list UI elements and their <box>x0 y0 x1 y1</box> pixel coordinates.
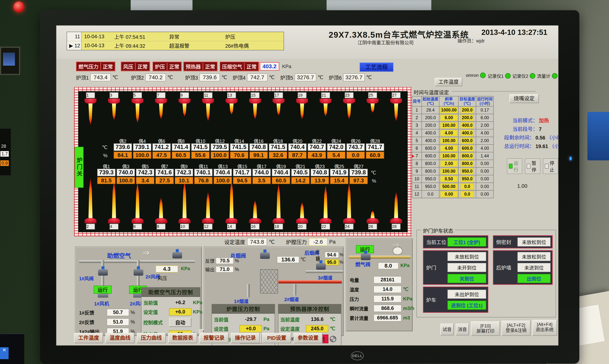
nav-button[interactable]: 压力曲线 <box>137 333 166 343</box>
schedule-table: 段号起始温度(℃)斜率(℃/h)目标温度(℃)运行时间(小时)128.41000… <box>412 96 494 198</box>
slope-value[interactable]: 100.00 <box>440 122 458 129</box>
slope-cell[interactable]: 4.00 <box>439 129 458 137</box>
burner-settings-button[interactable]: 烧嘴设定 <box>509 94 539 103</box>
burner-number: 13 <box>227 92 236 98</box>
nav-button[interactable]: 数据报表 <box>168 333 197 343</box>
row-label: 当前值 <box>214 316 238 323</box>
thermocouple-temp: 739.3 <box>97 169 116 176</box>
target-temp-cell[interactable]: 0.0 <box>458 183 476 190</box>
door-state-stack: 未出炉到位进到位 (工位1) <box>447 290 486 310</box>
slope-cell[interactable]: 0.50 <box>439 175 458 183</box>
target-value[interactable]: 0.0 <box>461 191 474 197</box>
ratio-value: 1.00 <box>517 183 528 189</box>
row-value[interactable]: 245.0 <box>306 325 328 332</box>
target-value[interactable]: 950.0 <box>461 168 474 174</box>
target-temp-cell[interactable]: 400.0 <box>458 129 476 137</box>
target-temp-cell[interactable]: 950.0 <box>458 175 476 183</box>
process-flow-button[interactable]: 工艺流程 <box>359 63 394 72</box>
slope-cell[interactable]: 1000.00 <box>439 106 458 114</box>
slope-cell[interactable]: 0.00 <box>439 190 458 198</box>
nav-button[interactable]: 报警记录 <box>199 333 229 343</box>
target-value[interactable]: 800.0 <box>461 161 474 167</box>
slope-cell[interactable]: 6.00 <box>439 114 458 122</box>
slope-cell[interactable]: 500.00 <box>439 183 458 190</box>
target-value[interactable]: 0.0 <box>461 183 474 190</box>
target-value[interactable]: 950.0 <box>461 176 474 182</box>
door-state: 未进到位 <box>517 263 551 272</box>
alarm-list[interactable]: 1110-04-13上午 07:54:51异常炉压▶ 1210-04-13上午 … <box>66 32 284 50</box>
slope-value[interactable]: 4.00 <box>440 145 458 151</box>
system-button[interactable]: [F10]屏幕打印 <box>471 321 500 336</box>
slope-value[interactable]: 6.00 <box>440 115 458 121</box>
schedule-header-cell: 目标温度(℃) <box>458 96 476 106</box>
slope-value[interactable]: 500.00 <box>440 183 458 190</box>
duct3-label: 3#烟道 <box>318 274 332 281</box>
thermocouple-output: 43.9 <box>308 152 326 159</box>
slope-value[interactable]: 2.00 <box>440 161 458 167</box>
door-state: 未开到位 <box>447 263 486 272</box>
target-temp-cell[interactable]: 600.0 <box>458 137 476 144</box>
device-indicator: omron <box>466 73 486 78</box>
target-temp-cell[interactable]: 0.0 <box>458 190 476 198</box>
burner-cap-icon <box>202 99 214 104</box>
run-state-checkbox[interactable]: 运行 <box>507 158 522 174</box>
system-button[interactable]: 消音 <box>456 324 469 336</box>
thermocouple-temp: 742.0 <box>327 143 345 151</box>
slope-cell[interactable]: 100.00 <box>439 168 458 175</box>
nav-button[interactable]: 参数设置 <box>293 333 323 343</box>
nav-button[interactable]: 温度曲线 <box>106 333 134 343</box>
target-temp-cell[interactable]: 400.0 <box>458 122 476 129</box>
target-temp-cell[interactable]: 950.0 <box>458 168 476 175</box>
run-state-checkbox[interactable]: 暂停 <box>525 158 540 174</box>
target-temp-cell[interactable]: 800.0 <box>458 152 476 160</box>
slope-value[interactable]: 100.00 <box>440 153 458 159</box>
target-temp-cell[interactable]: 800.0 <box>458 160 476 168</box>
row-label: 控制模式 <box>143 319 168 326</box>
row-label: 当前值 <box>143 299 168 306</box>
run-state-checkbox[interactable]: 停止 <box>543 158 558 174</box>
row-label: 2#反馈 <box>79 318 105 325</box>
system-button[interactable]: [ALT+F2]登录&注销 <box>502 321 531 336</box>
target-value[interactable]: 400.0 <box>461 130 474 136</box>
slope-value[interactable]: 0.00 <box>440 191 458 197</box>
start-temp-cell: 600.0 <box>422 152 439 160</box>
slope-cell[interactable]: 100.00 <box>439 122 458 129</box>
target-temp-cell[interactable]: 200.0 <box>458 114 476 122</box>
burner-flame-icon <box>88 104 93 125</box>
nav-button[interactable]: 操作记录 <box>231 333 260 343</box>
workpiece-temp-button[interactable]: 工件温度 <box>435 78 462 86</box>
burner-cap-icon <box>155 99 167 104</box>
slope-value[interactable]: 100.00 <box>440 168 458 174</box>
target-value[interactable]: 200.0 <box>461 115 474 121</box>
target-temp-cell[interactable]: 200.0 <box>458 106 476 114</box>
burner-number: 9 <box>180 92 189 98</box>
slope-value[interactable]: 4.00 <box>440 130 458 136</box>
target-temp-cell[interactable]: 600.0 <box>458 144 476 152</box>
mode-button[interactable]: 自动 <box>169 318 191 327</box>
thermocouple-output: 97.3 <box>349 177 368 184</box>
nav-button[interactable]: PID设置 <box>262 333 291 343</box>
nav-button[interactable]: 工件温度 <box>74 333 103 343</box>
target-value[interactable]: 200.0 <box>461 107 474 113</box>
green-dot-icon <box>480 73 486 78</box>
burner-flame-icon <box>206 192 210 218</box>
target-value[interactable]: 600.0 <box>461 145 474 151</box>
target-value[interactable]: 400.0 <box>461 122 474 129</box>
slope-cell[interactable]: 100.00 <box>439 137 458 144</box>
target-value[interactable]: 800.0 <box>461 153 474 159</box>
thermocouple-output: 94.5 <box>233 177 251 184</box>
row-value[interactable]: +6.0 <box>169 308 191 315</box>
system-button[interactable]: 试音 <box>440 324 454 336</box>
row-value: 6966.685 <box>373 314 401 322</box>
system-button[interactable]: [Alt+F4]退出系统 <box>532 320 557 336</box>
target-value[interactable]: 600.0 <box>461 138 474 144</box>
slope-value[interactable]: 0.50 <box>440 176 458 182</box>
slope-cell[interactable]: 100.00 <box>439 152 458 160</box>
alarm-row[interactable]: 1110-04-13上午 07:54:51异常炉压 <box>67 32 284 41</box>
slope-cell[interactable]: 2.00 <box>439 160 458 168</box>
slope-cell[interactable]: 4.00 <box>439 144 458 152</box>
slope-value[interactable]: 100.00 <box>440 138 458 144</box>
alarm-row[interactable]: ▶ 1210-04-13上午 09:44:32超温报警26#热电偶 <box>67 41 284 50</box>
row-value[interactable]: +0.0 <box>239 325 262 332</box>
slope-value[interactable]: 1000.00 <box>440 107 458 113</box>
